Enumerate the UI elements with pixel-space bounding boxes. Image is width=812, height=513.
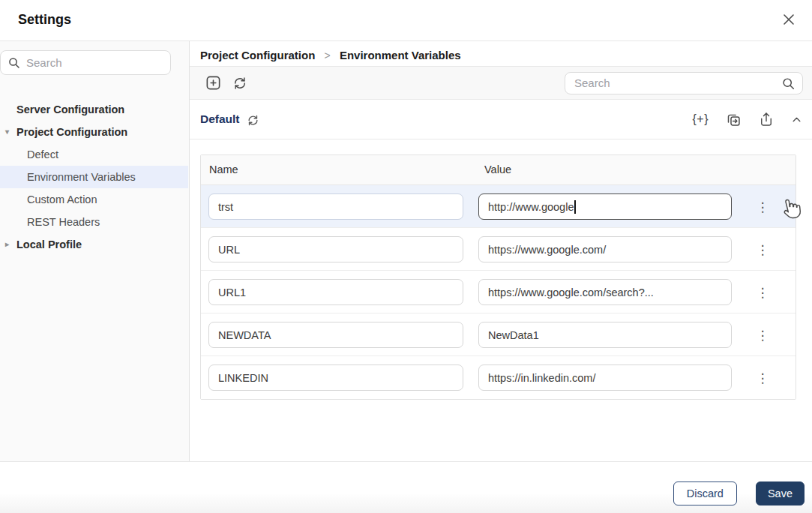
variable-name-field[interactable]: URL	[208, 236, 463, 262]
save-button[interactable]: Save	[756, 482, 805, 506]
sidebar-search[interactable]	[0, 50, 171, 75]
variable-name-field[interactable]: NEWDATA	[208, 322, 463, 348]
row-menu-kebab-icon[interactable]: ⋮	[756, 241, 769, 259]
sidebar-item-rest-headers[interactable]: REST Headers	[0, 211, 188, 233]
sidebar-item-label: Server Configuration	[16, 104, 124, 116]
variable-value-field[interactable]: https://www.google.com/search?...	[478, 279, 732, 305]
variable-value-field-text: https://www.google.com/	[488, 244, 606, 256]
upload-icon	[759, 112, 774, 127]
variable-name-field-text: URL1	[218, 286, 246, 298]
table-row: URLhttps://www.google.com/⋮	[201, 228, 796, 271]
collapse-section-button[interactable]	[791, 114, 802, 125]
table-row: LINKEDINhttps://in.linkedin.com/⋮	[201, 356, 796, 399]
discard-button[interactable]: Discard	[673, 482, 737, 506]
variable-name-field-text: trst	[218, 201, 233, 213]
dialog-title: Settings	[18, 12, 71, 28]
variable-name-field[interactable]: trst	[208, 194, 463, 220]
variable-value-field-text: https://in.linkedin.com/	[488, 372, 595, 384]
variable-name-field-text: URL	[218, 244, 240, 256]
toolbar	[190, 66, 812, 100]
sidebar-item-label: REST Headers	[27, 216, 100, 228]
table-search-input[interactable]	[565, 76, 802, 89]
duplicate-button[interactable]	[726, 112, 742, 128]
table-row: URL1https://www.google.com/search?...⋮	[201, 271, 796, 314]
row-menu-kebab-icon[interactable]: ⋮	[756, 369, 769, 387]
variable-value-field-text: NewData1	[488, 329, 539, 341]
variable-value-field[interactable]: NewData1	[478, 322, 732, 348]
table-row: NEWDATANewData1⋮	[201, 314, 796, 356]
dialog-footer: Discard Save	[0, 461, 812, 513]
sidebar-item-defect[interactable]: Defect	[0, 143, 188, 166]
breadcrumb-separator-icon: >	[325, 50, 331, 62]
section-title: Default	[200, 112, 240, 126]
close-icon[interactable]	[782, 11, 799, 28]
sidebar-item-project-configuration[interactable]: ▾Project Configuration	[0, 121, 188, 143]
column-header-value: Value	[484, 164, 511, 176]
chevron-right-icon[interactable]: ▸	[5, 233, 9, 256]
variable-value-field-text: http://www.google	[488, 201, 574, 213]
sidebar-item-label: Custom Action	[27, 194, 97, 206]
chevron-up-icon	[791, 114, 802, 125]
breadcrumb-current: Environment Variables	[340, 49, 461, 62]
row-menu-kebab-icon[interactable]: ⋮	[756, 198, 769, 216]
column-header-name: Name	[209, 164, 238, 176]
main-panel: Project Configuration > Environment Vari…	[190, 41, 812, 461]
braces-plus-icon: {+}	[692, 112, 709, 126]
dialog-body: Server Configuration▾Project Configurati…	[0, 41, 812, 461]
env-variables-table: Name Value trsthttp://www.google⋮URLhttp…	[200, 154, 796, 400]
sidebar-item-label: Local Profile	[16, 238, 82, 250]
insert-variable-button[interactable]: {+}	[692, 112, 709, 126]
variable-name-field[interactable]: URL1	[208, 279, 463, 305]
search-icon	[8, 57, 20, 69]
sidebar: Server Configuration▾Project Configurati…	[0, 41, 190, 461]
refresh-icon	[247, 114, 259, 127]
table-header: Name Value	[201, 155, 796, 185]
sidebar-item-server-configuration[interactable]: Server Configuration	[0, 98, 188, 121]
sidebar-item-label: Environment Variables	[27, 171, 136, 183]
export-button[interactable]	[759, 112, 774, 127]
row-menu-kebab-icon[interactable]: ⋮	[756, 326, 769, 344]
variable-value-field[interactable]: http://www.google	[478, 194, 732, 220]
default-section-header: Default {+}	[190, 100, 812, 140]
sidebar-item-environment-variables[interactable]: Environment Variables	[0, 166, 188, 188]
sidebar-search-input[interactable]	[26, 56, 163, 69]
sidebar-item-local-profile[interactable]: ▸Local Profile	[0, 233, 188, 256]
variable-value-field[interactable]: https://www.google.com/	[478, 236, 732, 262]
refresh-icon	[232, 76, 247, 91]
dialog-header: Settings	[0, 0, 812, 41]
text-caret	[574, 200, 576, 214]
search-icon	[782, 77, 795, 90]
refresh-button[interactable]	[232, 76, 247, 91]
variable-name-field[interactable]: LINKEDIN	[208, 364, 463, 391]
variable-value-field-text: https://www.google.com/search?...	[488, 286, 654, 298]
plus-square-icon	[205, 74, 222, 92]
section-refresh-button[interactable]	[247, 114, 259, 127]
row-menu-kebab-icon[interactable]: ⋮	[756, 284, 769, 302]
variable-name-field-text: NEWDATA	[218, 329, 271, 341]
variable-value-field[interactable]: https://in.linkedin.com/	[478, 364, 732, 391]
copy-arrow-icon	[726, 112, 742, 128]
breadcrumb: Project Configuration > Environment Vari…	[190, 41, 812, 66]
chevron-down-icon[interactable]: ▾	[5, 121, 9, 143]
breadcrumb-parent[interactable]: Project Configuration	[200, 49, 315, 62]
table-row: trsthttp://www.google⋮	[201, 185, 796, 228]
variable-name-field-text: LINKEDIN	[218, 372, 268, 384]
sidebar-item-label: Project Configuration	[16, 126, 127, 138]
add-variable-button[interactable]	[205, 74, 222, 92]
table-search[interactable]	[565, 72, 803, 94]
sidebar-item-label: Defect	[27, 148, 58, 160]
sidebar-item-custom-action[interactable]: Custom Action	[0, 188, 188, 211]
sidebar-nav: Server Configuration▾Project Configurati…	[0, 98, 188, 256]
env-table-body: trsthttp://www.google⋮URLhttps://www.goo…	[201, 185, 796, 399]
